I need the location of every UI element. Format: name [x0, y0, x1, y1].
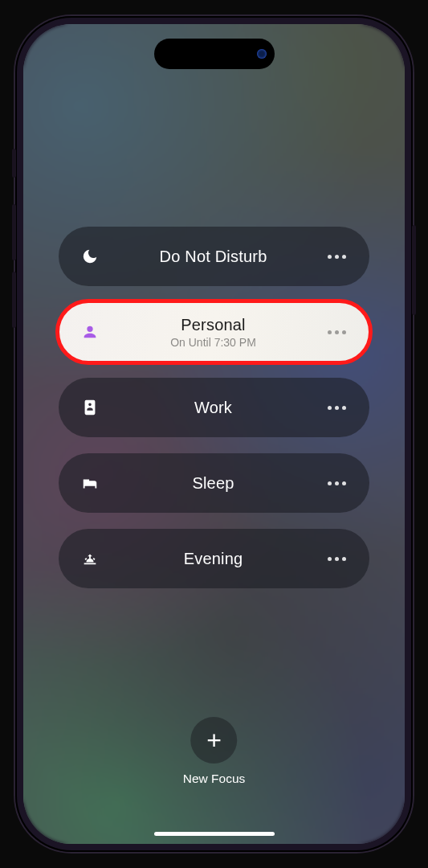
focus-item-dnd[interactable]: Do Not Disturb [59, 227, 369, 286]
focus-item-label: Do Not Disturb [160, 248, 267, 266]
more-button[interactable] [324, 557, 349, 561]
home-indicator[interactable] [154, 832, 275, 836]
person-icon [78, 323, 102, 341]
more-button[interactable] [324, 481, 349, 485]
new-focus: + New Focus [183, 717, 246, 786]
focus-item-label: Work [194, 399, 232, 417]
focus-item-work[interactable]: Work [59, 378, 369, 437]
bed-icon [78, 474, 102, 492]
focus-item-label: Evening [184, 550, 243, 568]
focus-item-label: Personal [181, 316, 246, 334]
front-camera [257, 49, 267, 59]
plus-icon: + [206, 726, 222, 755]
power-button [412, 225, 416, 315]
focus-list: Do Not Disturb Personal On Until 7:30 PM [23, 227, 405, 588]
focus-item-personal[interactable]: Personal On Until 7:30 PM [59, 302, 369, 362]
dynamic-island [154, 39, 275, 69]
new-focus-label: New Focus [183, 772, 246, 786]
focus-item-sublabel: On Until 7:30 PM [170, 336, 256, 349]
focus-item-sleep[interactable]: Sleep [59, 453, 369, 513]
screen: Do Not Disturb Personal On Until 7:30 PM [23, 24, 405, 844]
sunset-icon [78, 550, 102, 567]
moon-icon [78, 248, 102, 265]
focus-item-evening[interactable]: Evening [59, 529, 369, 588]
mute-switch [12, 149, 16, 178]
volume-up-button [12, 204, 16, 260]
focus-item-label: Sleep [192, 474, 234, 493]
phone-frame: Do Not Disturb Personal On Until 7:30 PM [15, 16, 413, 852]
more-button[interactable] [324, 406, 349, 410]
new-focus-button[interactable]: + [191, 717, 238, 764]
more-button[interactable] [324, 255, 349, 259]
more-button[interactable] [324, 330, 349, 334]
volume-down-button [12, 272, 16, 328]
badge-icon [78, 399, 102, 416]
